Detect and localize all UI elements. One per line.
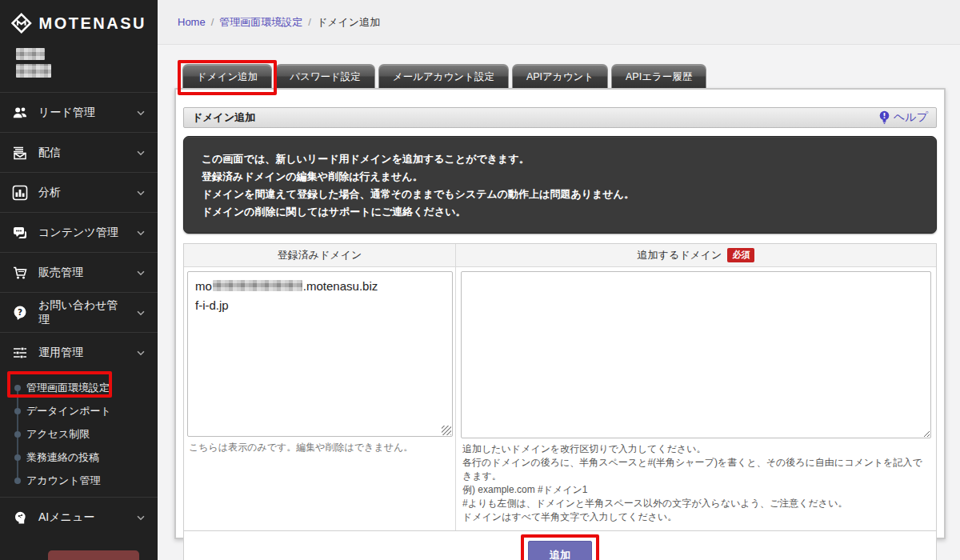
add-button[interactable]: 追加 [528,541,592,560]
ai-icon [11,509,29,526]
logo[interactable]: MOTENASU [0,0,158,42]
sidebar-subitem-label: アクセス制限 [26,427,90,442]
sidebar-item-label: リード管理 [38,106,126,120]
chevron-down-icon [135,187,146,198]
svg-text:!: ! [882,111,886,120]
sidebar-item-label: お問い合わせ管理 [38,298,126,327]
sidebar-item-content-management[interactable]: コンテンツ管理 [0,212,158,252]
redacted-block [213,280,302,291]
help-line: ドメインはすべて半角文字で入力してください。 [462,510,931,524]
sidebar-item-lead-management[interactable]: リード管理 [0,92,158,132]
sidebar-subitem-business-contact-post[interactable]: 業務連絡の投稿 [0,446,158,469]
chevron-down-icon [135,107,146,118]
add-domains-header: 追加するドメイン 必須 [456,244,936,266]
sidebar-item-operations-management[interactable]: 運用管理 [0,332,158,372]
tab-api-account[interactable]: APIアカウント [512,64,608,88]
add-domain-help: 追加したいドメインを改行区切りで入力してください。 各行のドメインの後ろに、半角… [461,442,931,524]
sidebar-subitem-label: 業務連絡の投稿 [26,450,99,465]
add-domains-cell: 追加したいドメインを改行区切りで入力してください。 各行のドメインの後ろに、半角… [456,267,936,530]
chart-icon [11,184,29,202]
page-title: ドメイン追加 [192,110,255,125]
sidebar-item-analytics[interactable]: 分析 [0,172,158,212]
info-line: この画面では、新しいリード用ドメインを追加することができます。 [202,150,918,168]
domain-table: 登録済みドメイン 追加するドメイン 必須 mo.motenasu.biz f-i… [183,243,937,560]
info-line: ドメインの削除に関してはサポートにご連絡ください。 [202,203,918,221]
info-box: この画面では、新しいリード用ドメインを追加することができます。 登録済みドメイン… [183,136,937,234]
breadcrumb: Home/管理画面環境設定/ドメイン追加 [178,15,380,30]
registered-domain-line: mo.motenasu.biz [195,277,445,296]
redacted-block [16,48,45,60]
sidebar-nav: リード管理 配信 分析 [0,92,158,537]
panel-titlebar: ドメイン追加 ! ヘルプ [183,107,937,128]
sidebar-item-label: コンテンツ管理 [38,226,126,240]
help-bulb-icon: ! [878,110,890,125]
sliders-icon [11,344,29,362]
info-line: 登録済みドメインの編集や削除は行えません。 [202,168,918,186]
tab-password-settings[interactable]: パスワード設定 [275,64,375,88]
breadcrumb-separator: / [211,16,214,28]
bullet-icon [14,478,21,484]
sidebar-subitem-label: データインポート [26,404,111,418]
bullet-icon [14,408,21,414]
sidebar-item-label: 配信 [38,146,126,160]
add-domain-textarea[interactable] [461,271,931,438]
chevron-down-icon [135,267,146,278]
help-line: 追加したいドメインを改行区切りで入力してください。 [462,442,931,456]
tab-label: APIエラー履歴 [626,71,692,82]
sidebar-item-inquiry-management[interactable]: ? お問い合わせ管理 [0,292,158,332]
bullet-icon [14,431,21,438]
cart-icon [11,264,29,282]
sidebar-item-label: AIメニュー [38,510,126,525]
registered-domains-textarea[interactable]: mo.motenasu.biz f-i-d.jp [187,271,453,437]
breadcrumb-bar: Home/管理画面環境設定/ドメイン追加 [158,0,960,45]
domain-table-footer: 追加 [184,530,936,560]
required-badge: 必須 [727,248,754,262]
domain-table-body: mo.motenasu.biz f-i-d.jp こちらは表示のみです。編集や削… [184,267,936,530]
resize-handle[interactable] [442,426,451,435]
sidebar-subitem-access-restriction[interactable]: アクセス制限 [0,422,158,446]
chevron-down-icon [135,147,146,158]
sidebar-subitem-admin-env-settings[interactable]: 管理画面環境設定 [0,376,158,399]
breadcrumb-home-link[interactable]: Home [178,16,206,28]
breadcrumb-current: ドメイン追加 [317,16,380,28]
help-link[interactable]: ! ヘルプ [878,110,928,125]
tab-domain-add[interactable]: ドメイン追加 [182,64,272,88]
breadcrumb-section-link[interactable]: 管理画面環境設定 [219,16,302,28]
svg-text:?: ? [18,306,22,316]
help-line: 各行のドメインの後ろに、半角スペースと#(半角シャープ)を書くと、その後ろに自由… [462,456,931,483]
registered-domains-header: 登録済みドメイン [184,244,456,266]
user-info-redacted [16,48,158,78]
domain-add-panel: ドメイン追加 ! ヘルプ この画面では、新しいリード用ドメインを追加することがで… [174,88,946,539]
sidebar-item-ai-menu[interactable]: AIメニュー [0,497,158,537]
tab-label: APIアカウント [526,71,594,82]
sidebar-item-label: 販売管理 [38,266,126,280]
tab-label: メールアカウント設定 [393,71,494,82]
sidebar-bottom-button[interactable] [48,550,139,560]
chevron-down-icon [135,227,146,238]
help-line: 例) example.com #ドメイン1 [462,483,931,497]
sidebar-item-label: 分析 [38,186,126,200]
main-content: Home/管理画面環境設定/ドメイン追加 ドメイン追加 パスワード設定 メールア… [158,0,960,560]
registered-domains-cell: mo.motenasu.biz f-i-d.jp こちらは表示のみです。編集や削… [184,267,456,530]
tab-mail-account-settings[interactable]: メールアカウント設定 [378,64,509,88]
sidebar-subitem-account-management[interactable]: アカウント管理 [0,469,158,492]
tab-api-error-history[interactable]: APIエラー履歴 [611,64,706,88]
operations-submenu: 管理画面環境設定 データインポート アクセス制限 業務連絡の投稿 アカウント管理 [0,372,158,497]
tab-bar: ドメイン追加 パスワード設定 メールアカウント設定 APIアカウント APIエラ… [182,64,960,88]
redacted-block [16,64,51,78]
breadcrumb-separator: / [308,16,311,28]
sidebar-item-delivery[interactable]: 配信 [0,132,158,172]
info-line: ドメインを間違えて登録した場合、通常そのままでもシステムの動作上は問題ありません… [202,186,918,203]
sidebar-item-sales-management[interactable]: 販売管理 [0,252,158,292]
mail-icon [11,144,29,162]
sidebar-subitem-label: アカウント管理 [26,474,101,488]
chevron-down-icon [135,307,146,318]
bullet-icon [14,385,21,391]
domain-table-header: 登録済みドメイン 追加するドメイン 必須 [184,244,936,267]
registered-domain-line: f-i-d.jp [195,296,445,315]
add-domains-header-label: 追加するドメイン [638,248,722,262]
logo-text: MOTENASU [39,14,146,33]
chevron-down-icon [135,512,146,523]
sidebar: MOTENASU リード管理 [0,0,158,560]
sidebar-subitem-data-import[interactable]: データインポート [0,399,158,422]
